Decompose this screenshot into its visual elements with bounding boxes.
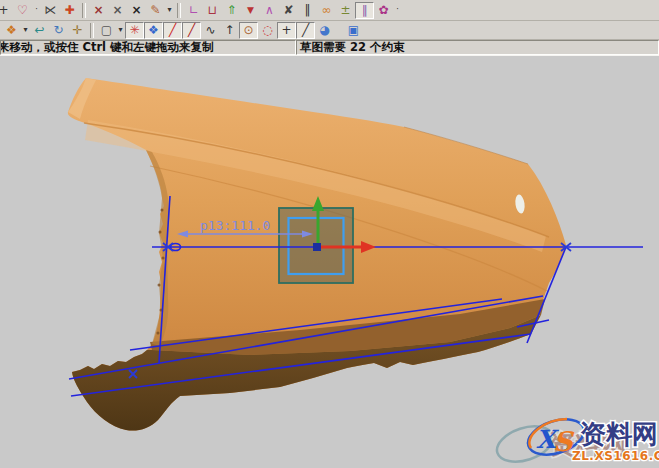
snap-point-on-curve-icon[interactable]: ╱ <box>182 22 201 39</box>
toolbar-separator <box>177 3 181 18</box>
snap-dropdown-icon[interactable]: ▾ <box>21 22 30 39</box>
scan-artifact <box>159 231 162 234</box>
snap-circle-icon[interactable]: ◌ <box>258 22 277 39</box>
constraint-status-text: 草图需要 22 个约束 <box>300 40 405 55</box>
snap-point-toolbar: ❖ ▾ ↩ ↻ ✛ ▢ ▾ ✳ ❖ ╱ ╱ ∿ ↑ ⊙ ◌ + ╱ ◕ ▣ <box>0 21 659 40</box>
delete-constraint-icon[interactable]: ✘ <box>279 2 298 19</box>
crosshair-icon[interactable]: + <box>0 2 13 19</box>
undo-icon[interactable]: ↩ <box>30 22 49 39</box>
selection-dropdown-icon[interactable]: ▾ <box>116 22 125 39</box>
quick-trim-icon[interactable]: × <box>89 2 108 19</box>
quick-extend-icon[interactable]: × <box>108 2 127 19</box>
watermark-site-url: ZL.XS1616.COM <box>572 449 659 463</box>
dimension-label[interactable]: p13:111.0 <box>200 218 270 233</box>
constraint-lines-icon[interactable]: ⋉ <box>41 2 60 19</box>
snap-slash-icon[interactable]: ╱ <box>296 22 315 39</box>
symmetric-constraint-icon[interactable]: ‖ <box>298 2 317 19</box>
show-constraints-icon[interactable]: ∥ <box>355 2 374 19</box>
toolbar-separator <box>82 3 86 18</box>
origin-point[interactable] <box>313 243 321 251</box>
prompt-panel: 来移动，或按住 Ctrl 键和左键拖动来复制 <box>0 40 296 55</box>
snap-midpoint-icon[interactable]: ❖ <box>144 22 163 39</box>
profile-icon[interactable]: ♡ <box>13 2 32 19</box>
trim-recipe-icon[interactable]: ✎ <box>146 2 165 19</box>
mate-constraint-icon[interactable]: ⊔ <box>203 2 222 19</box>
constraint-status-panel: 草图需要 22 个约束 <box>296 40 659 55</box>
snap-line-icon[interactable]: ╱ <box>163 22 182 39</box>
perpendicular-constraint-icon[interactable]: ∟ <box>184 2 203 19</box>
vertical-constraint-icon[interactable]: ⇑ <box>222 2 241 19</box>
scan-artifact <box>158 284 161 287</box>
snap-normal-icon[interactable]: ↑ <box>220 22 239 39</box>
relations-browser-icon[interactable]: ✿ <box>374 2 393 19</box>
nx-sketch-window: { "toolbars": { "row1": [ {"name":"cross… <box>0 0 659 468</box>
view-cube-icon[interactable]: ▣ <box>344 22 363 39</box>
graphics-window[interactable]: p13:111.0 资料网 X S 资料网 ZL.XS1616.COM <box>0 56 659 468</box>
auto-dimension-icon[interactable]: ± <box>336 2 355 19</box>
prompt-text: 来移动，或按住 Ctrl 键和左键拖动来复制 <box>0 40 214 55</box>
selection-rect-icon[interactable]: ▢ <box>97 22 116 39</box>
quick-extend-can-icon[interactable]: ✚ <box>60 2 79 19</box>
snap-endpoint-icon[interactable]: ✳ <box>125 22 144 39</box>
watermark-site-name: 资料网 <box>580 419 658 449</box>
status-bar: 来移动，或按住 Ctrl 键和左键拖动来复制 草图需要 22 个约束 <box>0 40 659 56</box>
snap-point-icon[interactable]: ❖ <box>2 22 21 39</box>
pan-view-icon[interactable]: ✛ <box>68 22 87 39</box>
snap-intersection-icon[interactable]: + <box>277 22 296 39</box>
equal-constraint-icon[interactable]: ∞ <box>317 2 336 19</box>
rotate-view-icon[interactable]: ↻ <box>49 22 68 39</box>
profile-dropdown-icon[interactable]: · <box>32 2 41 19</box>
snap-center-icon[interactable]: ⊙ <box>239 22 258 39</box>
sketch-constraints-toolbar: + ♡ · ⋉ ✚ × × × ✎ ▾ ∟ ⊔ ⇑ ▼ ∧ ✘ ‖ ∞ ± ∥ … <box>0 0 659 21</box>
relations-dropdown-icon[interactable]: · <box>393 2 402 19</box>
snap-face-icon[interactable]: ◕ <box>315 22 334 39</box>
stamp-constraint-icon[interactable]: ▼ <box>241 2 260 19</box>
scan-artifact <box>162 257 165 260</box>
sketch-viewport[interactable]: p13:111.0 资料网 X S 资料网 ZL.XS1616.COM <box>0 56 659 468</box>
trim-dropdown-icon[interactable]: ▾ <box>165 2 174 19</box>
angle-constraint-icon[interactable]: ∧ <box>260 2 279 19</box>
toolbar-separator <box>90 23 94 38</box>
make-corner-icon[interactable]: × <box>127 2 146 19</box>
snap-tangent-icon[interactable]: ∿ <box>201 22 220 39</box>
scan-artifact <box>161 209 164 212</box>
scan-artifact <box>157 332 160 335</box>
